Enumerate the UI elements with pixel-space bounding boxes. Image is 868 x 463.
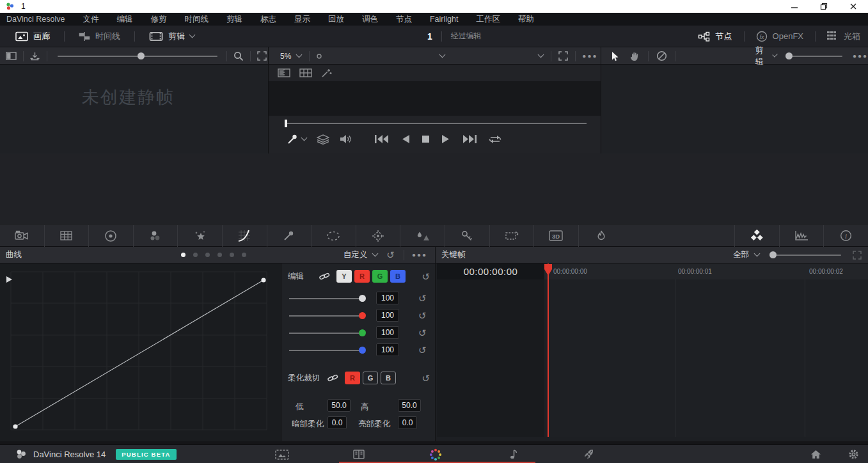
menu-mark[interactable]: 标志: [251, 14, 285, 25]
reset-green-icon[interactable]: ↺: [418, 328, 427, 338]
blue-gain-value[interactable]: 100: [376, 343, 399, 356]
stop-icon[interactable]: [422, 135, 430, 143]
viewer-scrubber[interactable]: [286, 123, 587, 124]
curves-preset-select[interactable]: 自定义: [343, 249, 378, 260]
menu-fairlight[interactable]: Fairlight: [421, 15, 467, 24]
reset-palette-icon[interactable]: ↺: [386, 250, 395, 260]
curve-point-high[interactable]: [261, 278, 265, 282]
rgb-mixer-tab[interactable]: [134, 225, 178, 247]
softclip-r-button[interactable]: R: [345, 372, 360, 384]
curve-line[interactable]: [15, 280, 264, 427]
play-icon[interactable]: [441, 134, 450, 144]
shadow-soft-value[interactable]: 0.0: [327, 416, 347, 429]
keyframe-zoom-slider[interactable]: [769, 255, 841, 256]
camera-raw-tab[interactable]: [0, 225, 45, 247]
timeline-toggle-button[interactable]: 时间线: [79, 31, 120, 42]
motion-effects-tab[interactable]: [579, 225, 624, 247]
softclip-g-button[interactable]: G: [363, 372, 378, 384]
channel-b-button[interactable]: B: [390, 270, 406, 283]
curve-point-low[interactable]: [13, 424, 17, 428]
channel-g-button[interactable]: G: [372, 270, 388, 283]
menu-clip[interactable]: 剪辑: [217, 14, 251, 25]
keyframe-filter-select[interactable]: 全部: [733, 249, 759, 260]
viewer-playhead[interactable]: [285, 120, 287, 127]
expand-icon[interactable]: [558, 51, 568, 61]
menu-file[interactable]: 文件: [74, 14, 107, 25]
bypass-dot-icon[interactable]: [317, 54, 322, 59]
curves-page-dots[interactable]: [181, 253, 246, 257]
channel-y-button[interactable]: Y: [336, 270, 352, 283]
menu-view[interactable]: 显示: [285, 14, 319, 25]
clips-toggle-button[interactable]: 剪辑: [149, 31, 194, 42]
gallery-toggle-button[interactable]: 画廊: [15, 31, 50, 42]
gallery-thumb-size-slider[interactable]: [58, 56, 217, 57]
openfx-panel-button[interactable]: fx OpenFX: [756, 31, 803, 42]
panel-toggle-icon[interactable]: [6, 52, 17, 60]
low-value[interactable]: 50.0: [327, 399, 351, 412]
settings-icon[interactable]: [848, 449, 859, 460]
slider-knob[interactable]: [138, 52, 145, 59]
softclip-b-button[interactable]: B: [381, 372, 396, 384]
skip-end-icon[interactable]: [462, 134, 477, 144]
hand-icon[interactable]: [629, 51, 639, 61]
link-icon[interactable]: [319, 272, 330, 281]
red-gain-value[interactable]: 100: [376, 309, 399, 322]
reset-blue-icon[interactable]: ↺: [418, 345, 427, 355]
menu-color[interactable]: 调色: [353, 14, 387, 25]
curve-graph[interactable]: [0, 263, 281, 441]
slider-knob[interactable]: [769, 251, 777, 258]
keyframe-playhead-marker[interactable]: [544, 263, 553, 276]
lightbox-panel-button[interactable]: 光箱: [827, 31, 860, 42]
stills-tab[interactable]: [734, 225, 779, 247]
restore-button[interactable]: [809, 0, 839, 13]
tracker-tab[interactable]: [356, 225, 401, 247]
chevron-down-icon[interactable]: [538, 52, 544, 58]
menu-dots-icon[interactable]: ●●●: [853, 52, 868, 59]
effects-tab[interactable]: [178, 225, 223, 247]
curves-tab[interactable]: [223, 225, 267, 247]
channel-r-button[interactable]: R: [354, 270, 370, 283]
loop-icon[interactable]: [487, 134, 503, 145]
menu-timeline[interactable]: 时间线: [175, 14, 217, 25]
nodes-panel-button[interactable]: 节点: [698, 31, 732, 42]
layers-icon[interactable]: [317, 134, 329, 145]
reset-edit-icon[interactable]: ↺: [422, 272, 430, 281]
page-tab-media[interactable]: [244, 445, 320, 463]
power-window-tab[interactable]: [312, 225, 356, 247]
page-tab-edit[interactable]: [320, 445, 397, 463]
blur-tab[interactable]: [400, 225, 445, 247]
skip-start-icon[interactable]: [374, 134, 390, 144]
lut-tab[interactable]: [45, 225, 90, 247]
enhance-icon[interactable]: [321, 68, 333, 78]
page-tab-deliver[interactable]: [551, 445, 627, 463]
menu-help[interactable]: 帮助: [509, 14, 543, 25]
sizing-tab[interactable]: [490, 225, 535, 247]
menu-playback[interactable]: 回放: [319, 14, 353, 25]
menu-workspace[interactable]: 工作区: [467, 14, 509, 25]
node-zoom-slider[interactable]: [785, 56, 842, 57]
reset-luma-icon[interactable]: ↺: [418, 294, 427, 303]
grab-still-icon[interactable]: [29, 52, 40, 61]
highlight-soft-value[interactable]: 0.0: [398, 416, 417, 429]
color-wheels-tab[interactable]: [89, 225, 134, 247]
minimize-button[interactable]: [780, 0, 809, 13]
page-tab-color[interactable]: [397, 445, 474, 463]
viewer-zoom-select[interactable]: 5%: [280, 52, 301, 61]
reset-softclip-icon[interactable]: ↺: [422, 373, 430, 383]
info-tab[interactable]: i: [823, 225, 868, 247]
picker-icon[interactable]: [287, 134, 298, 145]
menu-trim[interactable]: 修剪: [141, 14, 175, 25]
audio-icon[interactable]: [340, 134, 352, 145]
node-graph-panel[interactable]: [601, 65, 868, 153]
keyframe-playhead-line[interactable]: [548, 263, 549, 437]
chevron-down-icon[interactable]: [439, 52, 446, 58]
keyframe-ruler[interactable]: 00:00:00:00 00:00:00:01 00:00:00:02: [544, 263, 868, 279]
magnifier-icon[interactable]: [233, 51, 244, 61]
qualifier-tab[interactable]: [267, 225, 312, 247]
menu-nodes[interactable]: 节点: [387, 14, 421, 25]
expand-icon[interactable]: [853, 251, 862, 260]
page-tab-fairlight[interactable]: [474, 445, 551, 463]
split-screen-icon[interactable]: [278, 68, 290, 77]
menu-dots-icon[interactable]: ●●●: [412, 251, 427, 258]
green-gain-value[interactable]: 100: [376, 326, 399, 339]
